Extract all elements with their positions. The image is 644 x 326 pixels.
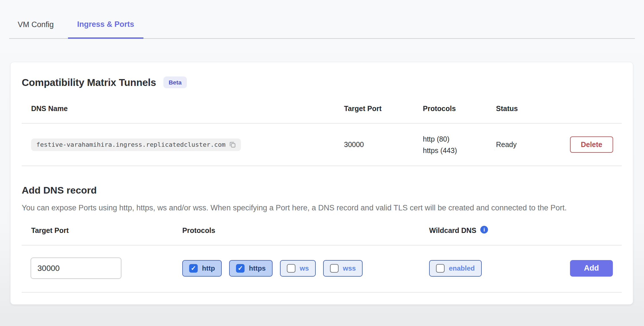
protocols-group: http https ws wss — [182, 260, 429, 277]
beta-badge: Beta — [163, 77, 187, 88]
protocol-checkbox-ws[interactable]: ws — [280, 260, 316, 277]
info-icon[interactable]: i — [480, 226, 488, 234]
add-button[interactable]: Add — [570, 260, 613, 277]
wildcard-dns-checkbox[interactable]: enabled — [429, 260, 482, 277]
add-dns-record-title: Add DNS record — [22, 185, 622, 196]
protocol-checkbox-https[interactable]: https — [229, 260, 273, 277]
tunnels-card: Compatibility Matrix Tunnels Beta DNS Na… — [10, 62, 633, 305]
protocol-label: http — [202, 264, 215, 272]
dns-name-value: festive-varahamihira.ingress.replicatedc… — [36, 141, 225, 148]
form-label-wildcard-dns: Wildcard DNS — [429, 226, 476, 235]
protocol-label: ws — [300, 264, 309, 272]
table-row: festive-varahamihira.ingress.replicatedc… — [22, 124, 622, 166]
checkbox-icon — [287, 264, 295, 273]
protocol-label: https — [249, 264, 266, 272]
form-label-target-port: Target Port — [22, 226, 182, 235]
card-title-row: Compatibility Matrix Tunnels Beta — [22, 77, 622, 88]
checkbox-icon — [236, 264, 245, 273]
checkbox-icon — [189, 264, 198, 273]
table-header: DNS Name Target Port Protocols Status — [22, 88, 622, 124]
row-status: Ready — [496, 140, 570, 149]
protocol-checkbox-http[interactable]: http — [182, 260, 222, 277]
row-protocol-https: https (443) — [423, 145, 496, 156]
tab-ingress-ports[interactable]: Ingress & Ports — [68, 20, 143, 39]
checkbox-icon — [436, 264, 445, 273]
protocol-checkbox-wss[interactable]: wss — [323, 260, 363, 277]
row-protocol-http: http (80) — [423, 133, 496, 145]
checkbox-icon — [330, 264, 339, 273]
row-protocols: http (80) https (443) — [423, 133, 496, 156]
row-target-port: 30000 — [344, 140, 423, 149]
protocol-label: wss — [343, 264, 356, 272]
card-title: Compatibility Matrix Tunnels — [22, 77, 156, 88]
form-row: http https ws wss enabled Add — [22, 245, 622, 293]
delete-button[interactable]: Delete — [570, 136, 613, 153]
tab-vm-config[interactable]: VM Config — [18, 20, 54, 38]
wildcard-label: enabled — [449, 264, 475, 272]
col-header-status: Status — [496, 104, 570, 113]
dns-name-pill: festive-varahamihira.ingress.replicatedc… — [31, 138, 241, 151]
add-dns-record-description: You can expose Ports using http, https, … — [22, 202, 615, 214]
form-header: Target Port Protocols Wildcard DNS i — [22, 226, 622, 245]
col-header-target-port: Target Port — [344, 104, 423, 113]
col-header-protocols: Protocols — [423, 104, 496, 113]
tab-bar: VM Config Ingress & Ports — [9, 0, 635, 39]
target-port-input[interactable] — [31, 257, 121, 279]
form-label-protocols: Protocols — [182, 226, 429, 235]
copy-icon[interactable] — [229, 141, 236, 148]
col-header-dns-name: DNS Name — [22, 104, 344, 113]
